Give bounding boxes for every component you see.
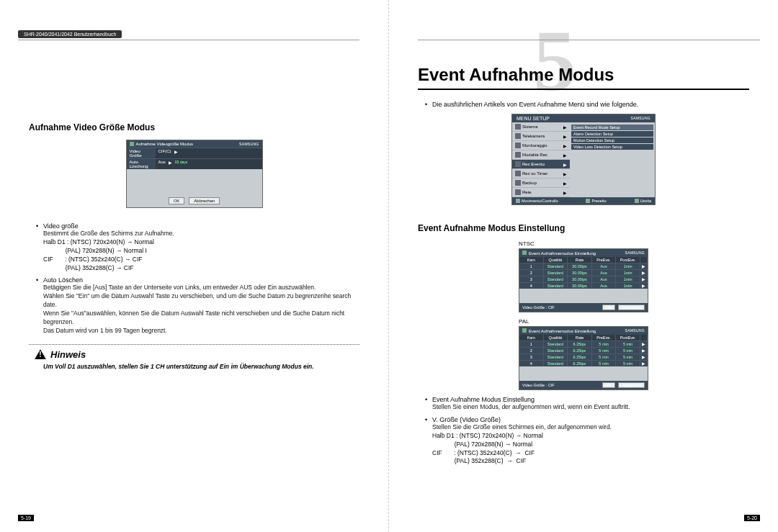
table-cell: 6.25ips [568, 341, 592, 347]
select-icon [586, 199, 590, 203]
table-cell: Standard [544, 276, 568, 282]
left-bullets: Video größe Bestimmt die Größe des Schir… [29, 222, 359, 335]
table-cell: Aus [592, 270, 617, 276]
menu-item-rec-evento[interactable]: Rec Evento▶ [512, 160, 570, 169]
table-cell: 30.00ips [568, 283, 592, 289]
table-cell: ▶ [640, 348, 648, 353]
table-header: Event Aufnahmemodus Einstellung SAMSUNG [519, 327, 648, 335]
table-cell: 5 min [616, 361, 640, 366]
menu-sidebar: Sistema▶ Telekamera▶ Monitoraggio▶ Modal… [512, 122, 570, 197]
ok-button[interactable]: OK [602, 305, 615, 310]
monitor-icon [515, 143, 521, 148]
note-header: Hinweis [35, 349, 359, 360]
pal-table-dialog: Event Aufnahmemodus Einstellung SAMSUNG … [519, 326, 648, 390]
left-page: SHR-2040/2041/2042 Benutzerhandbuch Aufn… [0, 0, 389, 532]
spec-line: CIF : (NTSC) 352x240(C) → CIF [432, 449, 749, 458]
menu-item-monitoraggio[interactable]: Monitoraggio▶ [512, 141, 570, 150]
event-icon [515, 161, 521, 167]
bullet-event-mode-setting: Event Aufnahme Modus Einstellung [432, 396, 535, 403]
chevron-right-icon: ▶ [563, 162, 567, 167]
sub-line: Bestimmt die Größe des Schirms zur Aufna… [43, 230, 359, 238]
table-cell: Aus [592, 283, 617, 289]
table-cell: ▶ [640, 341, 648, 347]
chevron-right-icon: ▶ [563, 143, 567, 148]
cancel-button[interactable]: Abbrechen [618, 305, 645, 310]
table-row[interactable]: 2Standard6.25ips5 min5 min▶ [519, 347, 648, 353]
table-cell: 30.00ips [568, 263, 592, 269]
menu-body: Sistema▶ Telekamera▶ Monitoraggio▶ Modal… [512, 122, 655, 197]
table-cell: Standard [544, 283, 568, 289]
table-cell: 1min [616, 270, 640, 276]
menu-item-backup[interactable]: Backup▶ [512, 179, 570, 188]
table-cell: Standard [544, 263, 568, 269]
page-number-right: 5-20 [744, 515, 760, 521]
table-cell: 5 min [616, 348, 640, 353]
menu-item-rec-timer[interactable]: Rec su Timer▶ [512, 169, 570, 179]
table-cell: 1min [616, 276, 640, 282]
table-footer: Video Größe : CIF OK Abbrechen [519, 303, 648, 312]
popup-item[interactable]: Alarm Detection Setup [571, 131, 653, 137]
ntsc-label: NTSC [519, 240, 749, 247]
table-cell: Aus [592, 263, 617, 269]
row-label: Video Größe [127, 148, 156, 158]
pal-label: PAL [519, 318, 749, 325]
table-cell: 30.00ips [568, 270, 592, 276]
right-page: 5 Event Aufnahme Modus Die ausführlichen… [389, 0, 778, 532]
table-cell: 5 min [592, 354, 617, 360]
menu-footer: Movimento/Controllo Preselto Uscita [512, 197, 655, 204]
table-row[interactable]: 3Standard30.00ipsAus1min▶ [519, 276, 648, 282]
table-cell: 2 [519, 270, 544, 276]
spec-line: (PAL) 720x288(N) → Normal I [43, 247, 359, 256]
popup-item[interactable]: Video Loss Detection Setup [571, 144, 653, 150]
spec-line: CIF : (NTSC) 352x240(C) → CIF [43, 256, 359, 264]
sub-line: Wenn Sie "Aus"auswählen, können Sie die … [43, 310, 359, 327]
ok-button[interactable]: OK [602, 382, 615, 388]
row-value[interactable]: Aus ▶ 03 days [156, 158, 262, 169]
popup-item[interactable]: Event Record Mode Setup [571, 125, 653, 130]
menu-item-telekamera[interactable]: Telekamera▶ [512, 132, 570, 141]
timer-icon [515, 171, 521, 176]
popup-item[interactable]: Motion Detection Setup [571, 137, 653, 143]
chapter-number: 5 [533, 18, 576, 104]
dotted-rule [29, 344, 359, 345]
spec-line: Halb D1 : (NTSC) 720x240(N) → Normal [432, 432, 749, 441]
table-row[interactable]: 4Standard30.00ipsAus1min▶ [519, 282, 648, 289]
table-row[interactable]: 3Standard6.25ips5 min5 min▶ [519, 353, 648, 360]
backup-icon [515, 180, 521, 186]
dialog-title: Aufnahme Videogröße Modus [136, 142, 240, 146]
bullet-video-size: Video größe [43, 222, 79, 230]
table-cell: ▶ [640, 361, 648, 366]
row-auto-delete: Auto Löschung Aus ▶ 03 days [127, 158, 262, 169]
table-cell: 3 [519, 354, 544, 360]
menu-header: MENU SETUP SAMSUNG [512, 114, 655, 122]
cancel-button[interactable]: Abbrechen [618, 382, 645, 388]
table-head-row: Kam Qualität Rate PreEve. PostEve. [519, 335, 648, 341]
doc-header: SHR-2040/2041/2042 Benutzerhandbuch [18, 30, 122, 38]
dialog-body-gap [127, 169, 262, 194]
menu-popup: Event Record Mode Setup Alarm Detection … [570, 122, 655, 197]
menu-item-modalita-rec[interactable]: Modalità Rec▶ [512, 150, 570, 160]
chevron-right-icon: ▶ [563, 181, 567, 186]
chapter-title: Event Aufnahme Modus [418, 65, 749, 90]
table-cell: 1min [616, 263, 640, 269]
spec-line: (PAL) 352x288(C) → CIF [432, 457, 749, 466]
camera-icon [515, 133, 521, 139]
table-cell: 1 [519, 263, 544, 269]
table-row[interactable]: 2Standard30.00ipsAus1min▶ [519, 269, 648, 276]
chevron-right-icon: ▶ [563, 153, 567, 158]
ok-button[interactable]: OK [169, 197, 185, 204]
cancel-button[interactable]: Abbrechen [189, 197, 220, 204]
video-size-mode-dialog: Aufnahme Videogröße Modus SAMSUNG Video … [126, 140, 263, 208]
menu-title: MENU SETUP [517, 116, 550, 121]
table-cell: 4 [519, 361, 544, 366]
table-row[interactable]: 4Standard6.25ips5 min5 min▶ [519, 360, 648, 366]
row-value[interactable]: CIF(C) ▶ [156, 148, 262, 158]
table-row[interactable]: 1Standard6.25ips5 min5 min▶ [519, 341, 648, 347]
menu-item-sistema[interactable]: Sistema▶ [512, 122, 570, 132]
chevron-right-icon: ▶ [169, 160, 172, 168]
table-cell: 4 [519, 283, 544, 289]
table-row[interactable]: 1Standard30.00ipsAus1min▶ [519, 263, 648, 269]
rec-icon [130, 142, 134, 146]
spec-line: (PAL) 720x288(N) → Normal [432, 441, 749, 449]
menu-item-rete[interactable]: Rete▶ [512, 188, 570, 197]
